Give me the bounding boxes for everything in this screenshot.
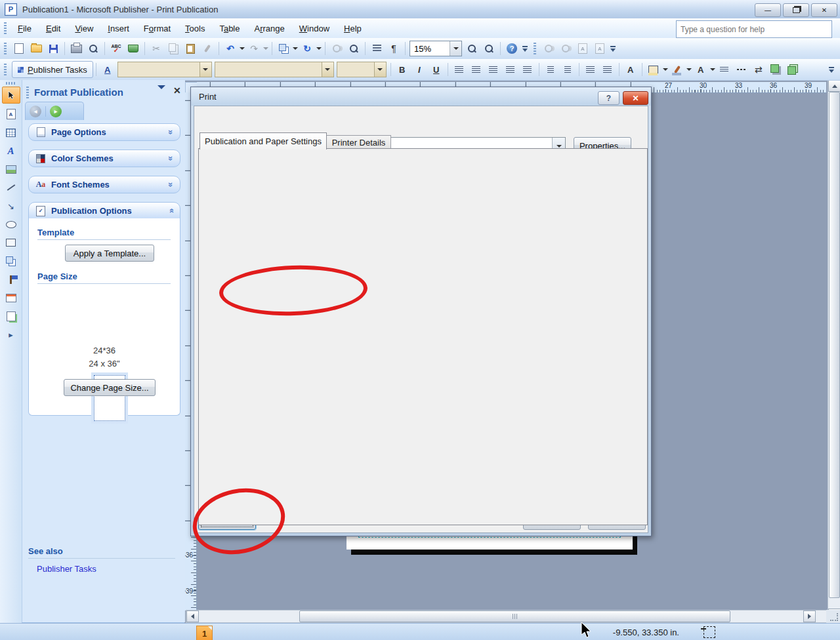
styles-button[interactable]: A <box>100 62 116 77</box>
translate-a-button[interactable]: A <box>575 41 591 56</box>
zoom-dropdown[interactable] <box>450 41 461 56</box>
pane-menu-arrow[interactable] <box>158 89 165 101</box>
hyperlink-button[interactable] <box>329 41 345 56</box>
resize-grip[interactable] <box>826 610 840 623</box>
oval-tool[interactable] <box>3 216 20 232</box>
zoom-page-button[interactable] <box>346 41 362 56</box>
italic-button[interactable]: I <box>411 62 427 77</box>
paste-button[interactable] <box>182 41 198 56</box>
decrease-indent-button[interactable] <box>583 62 598 77</box>
font-size-combo[interactable] <box>337 62 387 77</box>
underline-button[interactable]: U <box>429 62 444 77</box>
horizontal-scroll-thumb[interactable] <box>299 610 730 622</box>
select-tool[interactable] <box>2 87 20 104</box>
menu-file[interactable]: File <box>10 21 39 36</box>
menu-arrange[interactable]: Arrange <box>247 21 292 36</box>
dialog-help-button[interactable]: ? <box>598 91 620 105</box>
question-help-input[interactable] <box>676 20 832 38</box>
line-color-button[interactable] <box>669 62 685 77</box>
justify-button[interactable] <box>503 62 518 77</box>
numbering-button[interactable] <box>543 62 558 77</box>
tab-printer-details[interactable]: Printer Details <box>326 135 391 150</box>
line-width-button[interactable] <box>717 62 732 77</box>
tab-publication-paper-settings[interactable]: Publication and Paper Settings <box>200 132 327 150</box>
pane-close-icon[interactable]: ✕ <box>173 85 181 96</box>
picture-frame-tool[interactable] <box>3 161 20 177</box>
section-page-options[interactable]: Page Options» <box>28 123 180 141</box>
toolbar-grip[interactable] <box>4 22 7 34</box>
change-page-size-button[interactable]: Change Page Size... <box>64 379 156 396</box>
redo-dropdown[interactable] <box>262 41 269 56</box>
shadow-style-button[interactable] <box>768 62 784 77</box>
line-tool[interactable] <box>3 180 20 195</box>
menu-insert[interactable]: Insert <box>100 21 136 36</box>
toolbar-grip[interactable] <box>534 43 536 54</box>
dialog-title-bar[interactable]: Print <box>191 87 651 106</box>
section-publication-options[interactable]: ✓ Publication Options» <box>28 202 180 220</box>
line-color-dropdown[interactable] <box>686 62 692 77</box>
increase-indent-button[interactable] <box>600 62 616 77</box>
new-button[interactable] <box>11 41 27 56</box>
columns-button[interactable] <box>369 41 385 56</box>
dash-style-button[interactable] <box>734 62 749 77</box>
toolbar-grip[interactable] <box>4 64 7 75</box>
bullets-button[interactable] <box>560 62 576 77</box>
undo-button[interactable]: ↶ <box>222 41 238 56</box>
remove-link-button[interactable] <box>558 41 574 56</box>
publisher-tasks-button[interactable]: Publisher Tasks <box>12 61 93 78</box>
cut-button[interactable]: ✂ <box>148 41 164 56</box>
arrow-tool[interactable]: ↘ <box>3 198 20 214</box>
font-color-button[interactable]: A <box>693 62 709 77</box>
rotate-dropdown[interactable] <box>316 41 322 56</box>
forward-button[interactable]: ▸ <box>50 106 62 117</box>
text-box-tool[interactable]: A <box>3 106 20 122</box>
vertical-scroll-thumb[interactable] <box>829 92 840 598</box>
copy-button[interactable] <box>165 41 181 56</box>
group-objects-button[interactable] <box>276 41 291 56</box>
menu-table[interactable]: Table <box>212 21 247 36</box>
restore-button[interactable] <box>783 3 809 17</box>
apply-template-button[interactable]: Apply a Template... <box>65 245 154 262</box>
content-library-tool[interactable] <box>3 308 20 324</box>
align-center-button[interactable] <box>469 62 484 77</box>
translate-b-button[interactable]: A <box>592 41 608 56</box>
spelling-button[interactable]: ABC✓ <box>108 41 124 56</box>
font-color-dropdown[interactable] <box>709 62 716 77</box>
page-1-tab[interactable]: 1 <box>196 626 213 640</box>
redo-button[interactable]: ↷ <box>246 41 262 56</box>
fill-color-button[interactable] <box>646 62 662 77</box>
undo-dropdown[interactable] <box>239 41 245 56</box>
scroll-right-button[interactable] <box>803 610 816 622</box>
section-color-schemes[interactable]: Color Schemes» <box>28 150 180 167</box>
help-button[interactable]: ? <box>504 41 520 56</box>
fill-color-dropdown[interactable] <box>662 62 669 77</box>
arrow-style-button[interactable]: ⇄ <box>751 62 766 77</box>
zoom-in-button[interactable] <box>481 41 497 56</box>
scroll-up-button[interactable] <box>828 80 840 92</box>
wordart-tool[interactable]: A <box>3 143 20 159</box>
align-right-button[interactable] <box>486 62 501 77</box>
pane-grip[interactable] <box>26 87 29 98</box>
style-combo[interactable] <box>117 62 212 77</box>
bookmark-tool[interactable] <box>3 271 20 287</box>
menu-help[interactable]: Help <box>337 21 369 36</box>
dialog-close-button[interactable]: ✕ <box>623 91 648 105</box>
publisher-tasks-link[interactable]: Publisher Tasks <box>37 564 96 574</box>
rectangle-tool[interactable] <box>3 235 20 250</box>
design-gallery-tool[interactable] <box>3 290 20 306</box>
menu-window[interactable]: Window <box>292 21 337 36</box>
free-rotate-button[interactable]: ↻ <box>299 41 315 56</box>
minimize-button[interactable]: — <box>755 3 781 17</box>
zoom-combo[interactable]: 15% <box>410 41 462 56</box>
research-button[interactable] <box>125 41 141 56</box>
close-button[interactable]: ✕ <box>811 3 837 17</box>
special-characters-button[interactable]: ¶ <box>386 41 402 56</box>
toolbar-grip[interactable] <box>4 43 7 54</box>
expand-toolbar-button[interactable]: ▸ <box>3 327 20 342</box>
menu-format[interactable]: Format <box>136 21 178 36</box>
toolbar-grip[interactable] <box>6 82 16 85</box>
threed-style-button[interactable] <box>785 62 801 77</box>
menu-tools[interactable]: Tools <box>178 21 212 36</box>
insert-link-button[interactable] <box>541 41 556 56</box>
autoshapes-tool[interactable] <box>3 253 20 269</box>
